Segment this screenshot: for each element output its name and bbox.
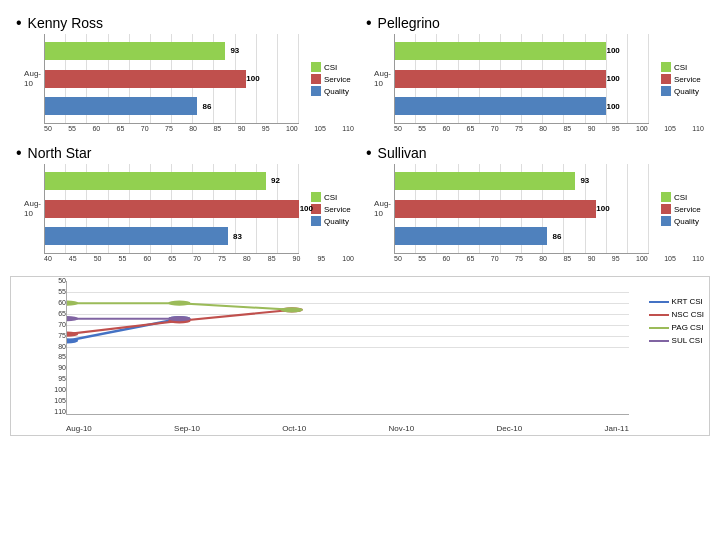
bar-chart-container-sullivan: Aug-109310086CSIServiceQuality (366, 164, 704, 254)
bar-row-quality: 86 (45, 95, 299, 117)
lc-legend-label-pag: PAG CSI (672, 323, 704, 332)
x-label: 90 (588, 255, 596, 262)
lc-y-axis: 11010510095908580757065605550 (41, 277, 66, 415)
x-label: 95 (612, 255, 620, 262)
x-label: 105 (664, 255, 676, 262)
bar-value-csi: 93 (580, 176, 589, 185)
dot-sul (168, 316, 190, 321)
legend-item-service: Service (661, 74, 704, 84)
legend-color-service (661, 74, 671, 84)
lc-x-labels: Aug-10Sep-10Oct-10Nov-10Dec-10Jan-11 (66, 424, 629, 433)
legend-pellegrino: CSIServiceQuality (649, 34, 704, 124)
legend-color-service (311, 74, 321, 84)
legend-color-quality (661, 86, 671, 96)
lc-x-label: Oct-10 (282, 424, 306, 433)
bar-row-service: 100 (395, 198, 649, 220)
line-chart-inner: 11010510095908580757065605550 Aug-10Sep-… (11, 277, 709, 435)
x-label: 65 (467, 125, 475, 132)
bar-row-csi: 100 (395, 40, 649, 62)
lc-y-label: 50 (58, 277, 66, 284)
x-label: 75 (218, 255, 226, 262)
bar-value-csi: 92 (271, 176, 280, 185)
chart-title-sullivan: Sullivan (366, 144, 704, 162)
x-label: 105 (314, 125, 326, 132)
dot-pag (67, 301, 78, 306)
legend-label-service: Service (324, 205, 351, 214)
x-label: 110 (342, 125, 354, 132)
lc-y-label: 95 (58, 375, 66, 382)
legend-color-csi (311, 62, 321, 72)
x-label: 75 (515, 125, 523, 132)
chart-section-kenny-ross: Kenny RossAug-109310086CSIServiceQuality… (10, 12, 360, 142)
legend-label-quality: Quality (674, 217, 699, 226)
x-axis-kenny-ross: 50556065707580859095100105110 (16, 124, 354, 132)
x-label: 70 (491, 255, 499, 262)
line-chart-svg (67, 281, 629, 414)
x-label: 100 (636, 125, 648, 132)
lc-legend-line-krt (649, 301, 669, 303)
bar-row-service: 100 (45, 68, 299, 90)
legend-color-csi (311, 192, 321, 202)
legend-label-service: Service (674, 75, 701, 84)
lc-y-label: 110 (54, 408, 66, 415)
x-label: 100 (342, 255, 354, 262)
x-label: 65 (467, 255, 475, 262)
lc-y-label: 60 (58, 299, 66, 306)
bar-csi: 93 (45, 42, 225, 60)
legend-item-service: Service (311, 74, 354, 84)
bar-chart-container-pellegrino: Aug-10100100100CSIServiceQuality (366, 34, 704, 124)
legend-label-service: Service (674, 205, 701, 214)
x-label: 100 (286, 125, 298, 132)
bar-value-quality: 100 (606, 102, 619, 111)
legend-sullivan: CSIServiceQuality (649, 164, 704, 254)
x-label: 85 (268, 255, 276, 262)
lc-legend-label-nsc: NSC CSI (672, 310, 704, 319)
x-label: 100 (636, 255, 648, 262)
x-label: 90 (238, 125, 246, 132)
y-label-north-star: Aug-10 (16, 164, 44, 254)
x-label: 90 (293, 255, 301, 262)
x-label: 40 (44, 255, 52, 262)
x-label: 50 (394, 125, 402, 132)
bar-chart-pellegrino: 100100100 (394, 34, 649, 124)
lc-y-label: 75 (58, 332, 66, 339)
line-chart-section: 11010510095908580757065605550 Aug-10Sep-… (10, 276, 710, 436)
x-axis-sullivan: 50556065707580859095100105110 (366, 254, 704, 262)
bar-service: 100 (395, 70, 606, 88)
lc-y-label: 105 (54, 397, 66, 404)
y-label-sullivan: Aug-10 (366, 164, 394, 254)
lc-y-label: 100 (54, 386, 66, 393)
lc-legend-label-krt: KRT CSI (672, 297, 703, 306)
bar-row-service: 100 (395, 68, 649, 90)
bar-row-csi: 92 (45, 170, 299, 192)
lc-legend: KRT CSINSC CSIPAG CSISUL CSI (649, 297, 704, 345)
page-title (0, 0, 720, 12)
x-label: 60 (442, 125, 450, 132)
dot-pag (281, 307, 303, 312)
bar-row-csi: 93 (45, 40, 299, 62)
bar-quality: 86 (395, 227, 547, 245)
lc-legend-item-sul: SUL CSI (649, 336, 704, 345)
x-label: 55 (119, 255, 127, 262)
bar-row-service: 100 (45, 198, 299, 220)
x-label: 60 (92, 125, 100, 132)
bar-quality: 86 (45, 97, 197, 115)
charts-grid: Kenny RossAug-109310086CSIServiceQuality… (0, 12, 720, 272)
y-label-pellegrino: Aug-10 (366, 34, 394, 124)
lc-y-label: 70 (58, 321, 66, 328)
lc-grid (66, 281, 629, 415)
legend-item-quality: Quality (661, 86, 704, 96)
legend-kenny-ross: CSIServiceQuality (299, 34, 354, 124)
x-label: 75 (165, 125, 173, 132)
legend-label-quality: Quality (674, 87, 699, 96)
x-label: 70 (141, 125, 149, 132)
lc-y-label: 90 (58, 364, 66, 371)
bar-row-csi: 93 (395, 170, 649, 192)
bar-value-service: 100 (300, 204, 313, 213)
chart-section-pellegrino: PellegrinoAug-10100100100CSIServiceQuali… (360, 12, 710, 142)
x-label: 80 (539, 125, 547, 132)
lc-y-label: 80 (58, 343, 66, 350)
legend-item-service: Service (311, 204, 354, 214)
x-label: 75 (515, 255, 523, 262)
bar-csi: 92 (45, 172, 266, 190)
